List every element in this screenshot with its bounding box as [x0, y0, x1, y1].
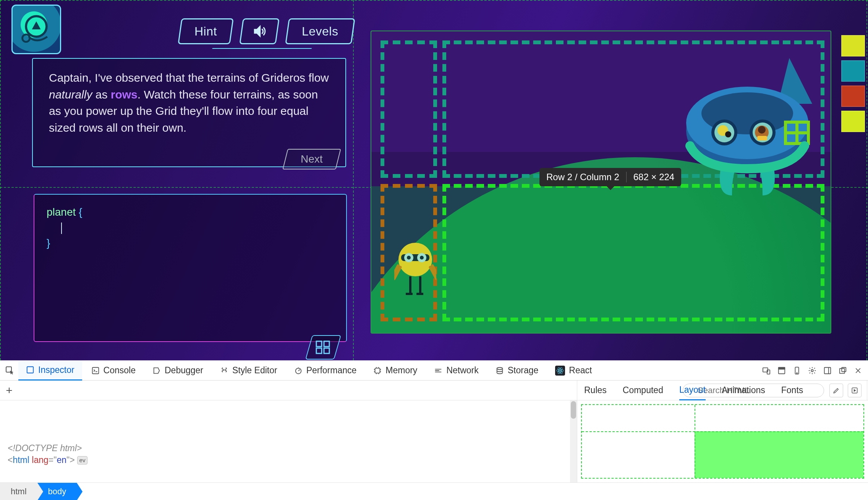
markup-line[interactable]: <!DOCTYPE html>: [8, 442, 569, 454]
svg-rect-37: [375, 368, 380, 373]
side-tab-fonts[interactable]: Fonts: [781, 381, 803, 400]
markup-line[interactable]: <html lang="en">ev: [8, 454, 569, 465]
grid-overlay-line: [0, 0, 1, 360]
svg-rect-46: [779, 367, 785, 369]
responsive-mode-icon[interactable]: [760, 364, 773, 377]
instruction-italic: naturally: [49, 88, 92, 101]
code-editor[interactable]: planet { }: [34, 194, 347, 342]
top-buttons: Hint Levels: [180, 18, 353, 44]
swatch[interactable]: [841, 35, 865, 56]
tab-storage[interactable]: Storage: [488, 361, 546, 381]
grid-overlay-line: [866, 0, 867, 360]
devtools: Inspector Console Debugger Style Editor …: [0, 360, 868, 500]
svg-rect-7: [324, 348, 329, 353]
next-button[interactable]: Next: [282, 149, 341, 169]
grid-icon: [316, 340, 331, 354]
svg-rect-6: [316, 348, 322, 353]
tab-performance[interactable]: Performance: [287, 361, 364, 381]
svg-point-2: [23, 34, 30, 42]
grid-cell-outline: [442, 184, 824, 321]
device-icon[interactable]: [790, 364, 804, 377]
code-line: [47, 220, 334, 236]
iframe-picker-icon[interactable]: [775, 364, 789, 377]
svg-marker-3: [254, 26, 260, 36]
svg-point-48: [797, 373, 797, 373]
grid-toggle-button[interactable]: [305, 335, 341, 360]
markup-pane[interactable]: <!DOCTYPE html> <html lang="en">ev ▸<hea…: [0, 440, 573, 465]
swatch[interactable]: [841, 85, 865, 107]
text-caret: [61, 223, 62, 234]
svg-rect-17: [757, 136, 767, 140]
breadcrumb-body[interactable]: body: [37, 483, 77, 500]
svg-point-19: [725, 131, 731, 137]
side-tab-layout[interactable]: Layout: [679, 381, 706, 400]
svg-point-49: [811, 369, 813, 372]
game-app: Hint Levels Captain, I've observed that …: [0, 0, 868, 360]
breadcrumbs: html body: [0, 482, 868, 500]
scrollbar-thumb[interactable]: [571, 401, 576, 419]
dock-side-icon[interactable]: [821, 364, 834, 377]
tab-label: Memory: [385, 365, 417, 376]
svg-point-39: [559, 370, 561, 371]
volume-icon: [252, 24, 267, 39]
tab-react[interactable]: React: [547, 361, 599, 381]
tab-inspector[interactable]: Inspector: [18, 361, 82, 381]
side-panel-tabs: Rules Computed Layout Animations Fonts: [577, 381, 868, 400]
instruction-part: as: [92, 88, 110, 101]
tab-memory[interactable]: Memory: [366, 361, 425, 381]
svg-point-38: [497, 367, 502, 369]
tooltip-separator: [626, 172, 627, 182]
instruction-text: Captain, I've observed that the terrains…: [49, 69, 330, 136]
code-brace: }: [47, 235, 334, 251]
close-icon[interactable]: [851, 364, 865, 377]
grid-overlay-line: [0, 0, 868, 1]
side-tab-computed[interactable]: Computed: [623, 381, 663, 400]
grid-cell-tooltip: Row 2 / Column 2 682 × 224: [539, 168, 681, 186]
new-node-button[interactable]: +: [0, 384, 18, 397]
element-picker-icon[interactable]: [3, 364, 17, 377]
tab-network[interactable]: Network: [426, 361, 486, 381]
tab-label: Inspector: [38, 365, 74, 375]
tab-console[interactable]: Console: [84, 361, 143, 381]
tab-label: Network: [446, 365, 478, 376]
code-line: planet {: [47, 205, 334, 220]
layout-grid-line: [582, 431, 863, 432]
levels-label: Levels: [302, 24, 338, 39]
instruction-part: Captain, I've observed that the terrains…: [49, 71, 329, 84]
layout-grid-highlight: [695, 431, 863, 478]
settings-icon[interactable]: [805, 364, 819, 377]
side-tab-animations[interactable]: Animations: [722, 381, 765, 400]
scrollbar[interactable]: [570, 400, 577, 482]
swatch[interactable]: [841, 60, 865, 82]
hint-label: Hint: [194, 24, 217, 39]
react-icon: [555, 366, 565, 376]
tab-style-editor[interactable]: Style Editor: [212, 361, 285, 381]
swatch[interactable]: [841, 111, 865, 132]
code-brace: {: [76, 206, 82, 218]
code-selector: planet: [47, 206, 76, 218]
tooltip-cell-label: Row 2 / Column 2: [546, 172, 619, 182]
svg-rect-50: [824, 367, 831, 374]
event-badge[interactable]: ev: [77, 456, 88, 465]
next-label: Next: [301, 152, 323, 167]
tab-label: Debugger: [165, 365, 203, 376]
tooltip-cell-size: 682 × 224: [633, 172, 674, 182]
dock-popup-icon[interactable]: [836, 364, 850, 377]
game-logo[interactable]: [11, 5, 61, 54]
svg-rect-4: [316, 341, 322, 347]
svg-marker-1: [32, 21, 40, 29]
game-viewport: Row 2 / Column 2 682 × 224: [371, 31, 831, 334]
spaceship-graphic: [675, 54, 820, 199]
breadcrumb-html[interactable]: html: [0, 483, 37, 500]
layout-grid-line: [695, 405, 695, 478]
svg-rect-5: [324, 341, 329, 347]
levels-button[interactable]: Levels: [285, 18, 355, 44]
layout-grid-preview[interactable]: [581, 404, 864, 479]
svg-rect-35: [92, 367, 99, 374]
tab-debugger[interactable]: Debugger: [145, 361, 211, 381]
hint-button[interactable]: Hint: [178, 18, 233, 44]
tab-label: Performance: [306, 365, 357, 376]
side-tab-rules[interactable]: Rules: [584, 381, 607, 400]
sound-button[interactable]: [239, 18, 280, 44]
svg-point-26: [407, 256, 411, 260]
